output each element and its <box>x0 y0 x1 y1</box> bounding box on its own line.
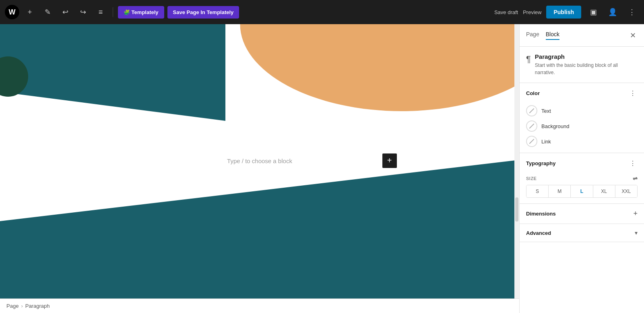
color-items: Text Background Link <box>520 104 644 153</box>
typography-section-header[interactable]: Typography ⋮ <box>520 153 644 174</box>
color-section-menu[interactable]: ⋮ <box>628 89 638 98</box>
block-info: ¶ Paragraph Start with the basic buildin… <box>520 47 644 83</box>
templately-button[interactable]: 🧩 Templately <box>118 6 164 19</box>
user-menu-button[interactable]: 👤 <box>605 5 620 19</box>
right-panel: Page Block ✕ ¶ Paragraph Start with the … <box>519 24 644 313</box>
breadcrumb: Page › Paragraph <box>0 298 519 313</box>
save-draft-button[interactable]: Save draft <box>494 9 518 15</box>
more-options-button[interactable]: ⋮ <box>625 5 639 19</box>
undo-button[interactable]: ↩ <box>58 5 72 19</box>
canvas-inner: Type / to choose a block + <box>0 24 519 313</box>
breadcrumb-paragraph[interactable]: Paragraph <box>25 303 50 309</box>
size-controls-icon[interactable]: ⇌ <box>633 175 638 182</box>
block-title: Paragraph <box>535 53 638 60</box>
panel-header: Page Block ✕ <box>520 24 644 47</box>
typography-section: Typography ⋮ SIZE ⇌ S M L XL XXL <box>520 153 644 204</box>
size-btn-m[interactable]: M <box>549 185 571 197</box>
color-item-link[interactable]: Link <box>526 136 638 147</box>
panel-close-button[interactable]: ✕ <box>628 29 638 41</box>
toolbar-divider <box>113 7 113 17</box>
advanced-section: Advanced ▾ <box>520 224 644 242</box>
toolbar: W + ✎ ↩ ↪ ≡ 🧩 Templately Save Page In Te… <box>0 0 644 24</box>
size-label: SIZE ⇌ <box>520 174 644 185</box>
block-paragraph-icon: ¶ <box>526 54 531 64</box>
size-btn-xl[interactable]: XL <box>593 185 615 197</box>
color-item-background[interactable]: Background <box>526 120 638 132</box>
color-label-background: Background <box>541 123 569 129</box>
color-circle-text[interactable] <box>526 105 537 116</box>
preview-button[interactable]: Preview <box>523 9 541 15</box>
toggle-layout-button[interactable]: ▣ <box>586 5 601 19</box>
dimensions-title: Dimensions <box>526 211 556 217</box>
wp-logo[interactable]: W <box>5 5 19 19</box>
shape-orange <box>225 24 519 121</box>
advanced-chevron-icon: ▾ <box>635 230 638 236</box>
menu-button[interactable]: ≡ <box>93 5 108 19</box>
color-circle-link[interactable] <box>526 136 537 147</box>
breadcrumb-separator: › <box>21 303 23 309</box>
canvas-scrollbar[interactable] <box>514 24 519 313</box>
tab-page[interactable]: Page <box>526 31 539 40</box>
main-layout: Type / to choose a block + Page Block ✕ … <box>0 24 644 313</box>
block-description: Start with the basic building block of a… <box>535 62 638 76</box>
color-section-title: Color <box>526 90 540 96</box>
add-block-cursor[interactable]: + <box>382 153 397 168</box>
canvas[interactable]: Type / to choose a block + <box>0 24 519 313</box>
typography-section-title: Typography <box>526 160 555 166</box>
canvas-placeholder: Type / to choose a block <box>227 157 292 164</box>
size-btn-l[interactable]: L <box>571 185 593 197</box>
add-block-button[interactable]: + <box>23 5 37 19</box>
redo-button[interactable]: ↪ <box>76 5 90 19</box>
color-item-text[interactable]: Text <box>526 105 638 116</box>
dimensions-add-button[interactable]: + <box>633 209 638 218</box>
breadcrumb-page[interactable]: Page <box>6 303 19 309</box>
canvas-scrollbar-thumb <box>515 197 518 222</box>
publish-button[interactable]: Publish <box>546 6 581 19</box>
color-section: Color ⋮ Text Background Link <box>520 83 644 153</box>
color-section-header[interactable]: Color ⋮ <box>520 83 644 104</box>
color-label-text: Text <box>541 108 551 114</box>
color-label-link: Link <box>541 139 551 145</box>
dimensions-section: Dimensions + <box>520 204 644 224</box>
toolbar-right: Save draft Preview Publish ▣ 👤 ⋮ <box>494 5 639 19</box>
advanced-section-title: Advanced <box>526 230 551 236</box>
shape-teal-top <box>0 24 225 121</box>
tab-block[interactable]: Block <box>546 31 559 40</box>
dimensions-header: Dimensions + <box>520 204 644 224</box>
panel-tabs: Page Block <box>526 31 628 40</box>
save-page-templately-button[interactable]: Save Page In Templately <box>167 6 239 19</box>
size-btn-s[interactable]: S <box>526 185 549 197</box>
typography-section-menu[interactable]: ⋮ <box>628 159 638 168</box>
size-btn-xxl[interactable]: XXL <box>615 185 637 197</box>
advanced-section-header[interactable]: Advanced ▾ <box>520 224 644 242</box>
size-buttons: S M L XL XXL <box>526 185 638 198</box>
color-circle-background[interactable] <box>526 120 537 132</box>
edit-button[interactable]: ✎ <box>40 5 55 19</box>
shape-teal-bottom <box>0 160 519 313</box>
